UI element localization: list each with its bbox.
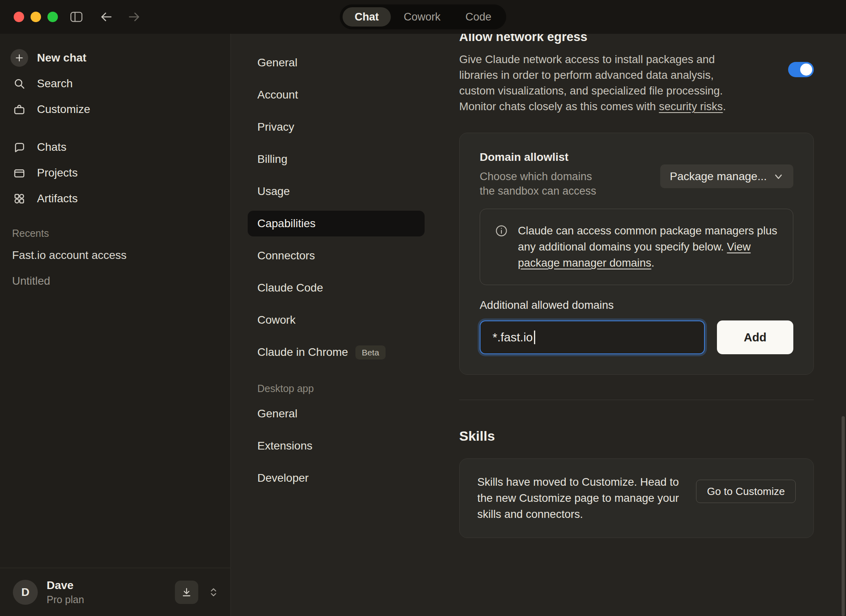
sidebar-item-label: Artifacts: [37, 192, 78, 205]
sidebar-item-artifacts[interactable]: Artifacts: [0, 186, 230, 211]
tab-code[interactable]: Code: [453, 7, 503, 27]
add-domain-button[interactable]: Add: [717, 320, 793, 354]
egress-setting-row: Give Claude network access to install pa…: [459, 51, 814, 114]
window-controls: [14, 12, 58, 22]
settings-nav-label: Extensions: [257, 439, 312, 452]
settings-nav-billing[interactable]: Billing: [248, 146, 425, 172]
info-icon: [495, 225, 507, 271]
settings-nav-label: General: [257, 407, 298, 420]
allowlist-preset-dropdown[interactable]: Package manage...: [660, 164, 793, 188]
sidebar-item-label: Search: [37, 77, 73, 90]
recents-section-label: Recents: [0, 228, 230, 239]
toggle-knob: [800, 64, 812, 76]
sidebar-toggle-icon[interactable]: [68, 9, 85, 25]
plus-icon: [10, 49, 28, 67]
settings-nav-section-label: Desktop app: [248, 383, 425, 394]
sidebar-item-label: New chat: [37, 51, 86, 64]
network-egress-toggle[interactable]: [788, 62, 814, 77]
settings-nav-label: Account: [257, 88, 298, 101]
bento-icon: [10, 193, 28, 205]
account-footer[interactable]: D Dave Pro plan: [0, 568, 230, 616]
settings-nav-extensions[interactable]: Extensions: [248, 433, 425, 459]
mode-switcher: Chat Cowork Code: [340, 4, 506, 29]
sidebar-nav: New chat Search Customize Chats: [0, 34, 230, 294]
sidebar-item-label: Projects: [37, 166, 78, 179]
settings-nav-label: Capabilities: [257, 217, 316, 230]
close-window-button[interactable]: [14, 12, 24, 22]
sidebar-item-new-chat[interactable]: New chat: [0, 45, 230, 71]
account-plan: Pro plan: [47, 594, 84, 606]
settings-nav-label: Cowork: [257, 314, 296, 326]
add-domain-row: *.fast.io Add: [480, 320, 793, 354]
recent-chat-title: Untitled: [12, 275, 50, 287]
settings-nav-privacy[interactable]: Privacy: [248, 114, 425, 140]
avatar: D: [13, 580, 38, 605]
box-icon: [10, 167, 28, 179]
allow-network-egress-title: Allow network egress: [459, 34, 846, 44]
domain-allowlist-title: Domain allowlist: [480, 151, 605, 164]
tab-cowork[interactable]: Cowork: [392, 7, 453, 27]
settings-nav-label: Connectors: [257, 249, 315, 262]
skills-heading: Skills: [459, 428, 846, 444]
settings-nav-label: Claude in Chrome: [257, 346, 348, 359]
chat-bubble-icon: [10, 141, 28, 153]
domain-input-value: *.fast.io: [493, 331, 533, 344]
settings-nav-label: Developer: [257, 472, 309, 485]
settings-nav-capabilities[interactable]: Capabilities: [248, 211, 425, 236]
chevron-down-icon: [773, 171, 784, 182]
domain-allowlist-subtitle: Choose which domains the sandbox can acc…: [480, 169, 605, 198]
go-to-customize-button[interactable]: Go to Customize: [696, 480, 796, 503]
egress-description-suffix: .: [723, 100, 726, 113]
sidebar-item-projects[interactable]: Projects: [0, 160, 230, 186]
app-window: Chat Cowork Code New chat Search: [0, 0, 846, 616]
minimize-window-button[interactable]: [31, 12, 41, 22]
domain-allowlist-card: Domain allowlist Choose which domains th…: [459, 133, 814, 375]
tab-chat[interactable]: Chat: [343, 7, 391, 27]
settings-nav-usage[interactable]: Usage: [248, 179, 425, 204]
package-managers-info-box: Claude can access common package manager…: [480, 209, 793, 285]
briefcase-icon: [10, 103, 28, 115]
settings-nav-label: Claude Code: [257, 281, 323, 294]
chevron-up-down-icon[interactable]: [207, 585, 220, 599]
sidebar-item-customize[interactable]: Customize: [0, 97, 230, 122]
settings-nav-account[interactable]: Account: [248, 82, 425, 108]
recent-chat-title: Fast.io account access: [12, 249, 127, 262]
zoom-window-button[interactable]: [47, 12, 58, 22]
settings-nav-connectors[interactable]: Connectors: [248, 243, 425, 269]
skills-card: Skills have moved to Customize. Head to …: [459, 458, 814, 538]
sidebar: New chat Search Customize Chats: [0, 34, 231, 616]
security-risks-link[interactable]: security risks: [659, 100, 723, 113]
sidebar-item-label: Chats: [37, 141, 66, 154]
additional-domains-label: Additional allowed domains: [480, 299, 793, 312]
settings-nav-general[interactable]: General: [248, 50, 425, 76]
domain-input[interactable]: *.fast.io: [480, 320, 705, 354]
settings-nav-label: Billing: [257, 153, 287, 166]
settings-nav-claude-in-chrome[interactable]: Claude in Chrome Beta: [248, 339, 425, 365]
sidebar-item-search[interactable]: Search: [0, 71, 230, 97]
sidebar-item-label: Customize: [37, 103, 90, 116]
recent-chat-item[interactable]: Fast.io account access: [0, 242, 230, 268]
download-icon: [181, 587, 192, 598]
settings-nav-label: Privacy: [257, 121, 294, 133]
settings-nav: General Account Privacy Billing Usage Ca…: [248, 34, 425, 497]
settings-nav-cowork[interactable]: Cowork: [248, 307, 425, 333]
recent-chat-item[interactable]: Untitled: [0, 268, 230, 294]
settings-nav-claude-code[interactable]: Claude Code: [248, 275, 425, 301]
text-cursor: [534, 331, 535, 344]
allowlist-header: Domain allowlist Choose which domains th…: [480, 151, 793, 198]
sidebar-item-chats[interactable]: Chats: [0, 134, 230, 160]
dropdown-value: Package manage...: [670, 170, 767, 183]
download-button[interactable]: [175, 581, 198, 604]
scrollbar[interactable]: [842, 416, 845, 616]
forward-arrow-icon[interactable]: [125, 9, 143, 25]
settings-nav-label: Usage: [257, 185, 290, 198]
settings-nav-label: General: [257, 56, 298, 69]
info-text-suffix: .: [651, 257, 655, 269]
back-arrow-icon[interactable]: [97, 9, 115, 25]
account-info: Dave Pro plan: [47, 579, 84, 606]
settings-content: Allow network egress Give Claude network…: [459, 34, 846, 616]
settings-nav-developer[interactable]: Developer: [248, 465, 425, 491]
settings-nav-desktop-general[interactable]: General: [248, 401, 425, 427]
section-divider: [459, 400, 814, 400]
beta-badge: Beta: [355, 345, 386, 359]
